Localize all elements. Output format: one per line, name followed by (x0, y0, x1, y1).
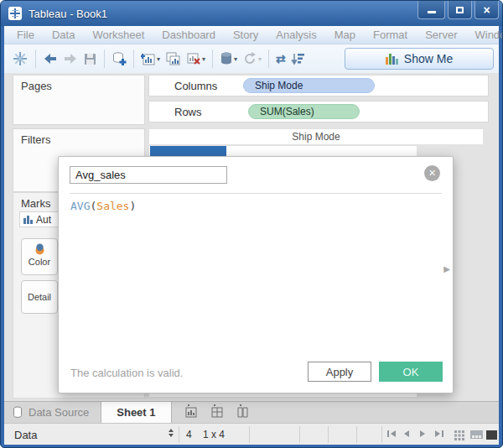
menu-item-story[interactable]: Story (233, 29, 258, 41)
refresh-icon (242, 51, 257, 66)
status-separator (249, 426, 250, 443)
detail-button[interactable]: Detail (21, 280, 58, 314)
column-field-header: Ship Mode (148, 128, 484, 145)
rows-shelf[interactable]: Rows SUM(Sales) (148, 101, 489, 122)
menu-item-worksheet[interactable]: Worksheet (92, 29, 144, 41)
new-worksheet-tab-button[interactable] (184, 404, 198, 421)
show-me-bars-icon (386, 53, 398, 65)
dialog-close-button[interactable]: × (424, 165, 440, 181)
color-button[interactable]: Color (21, 238, 58, 275)
save-icon (83, 52, 97, 66)
menu-item-server[interactable]: Server (425, 29, 457, 41)
maximize-icon (456, 7, 464, 13)
columns-shelf[interactable]: Columns Ship Mode (148, 75, 489, 96)
columns-label: Columns (174, 80, 221, 92)
nav-first-arrow (391, 430, 396, 437)
status-separator (179, 426, 179, 443)
sheet-tabs-bar: Data Source Sheet 1 (4, 401, 499, 423)
nav-next-button[interactable] (420, 430, 425, 437)
ok-button[interactable]: OK (379, 362, 443, 382)
add-datasource-icon (111, 51, 127, 66)
validation-status: The calculation is valid. (70, 367, 183, 379)
clear-sheet-button[interactable]: ▾ (184, 49, 208, 68)
menu-item-dashboard[interactable]: Dashboard (162, 29, 215, 41)
toolbar-separator (104, 49, 105, 68)
show-cards-grid-icon (454, 430, 457, 433)
expand-panel-arrow-icon[interactable]: ▶ (443, 264, 450, 273)
pill-sum-sales-label: SUM(Sales) (260, 106, 314, 117)
sheet1-label: Sheet 1 (117, 406, 155, 419)
window-title: Tableau - Book1 (29, 8, 107, 20)
nav-prev-icon (404, 430, 409, 437)
menu-item-window[interactable]: Window (474, 29, 503, 41)
color-palette-icon (34, 243, 46, 255)
new-worksheet-button[interactable]: ▾ (138, 49, 163, 68)
add-datasource-button[interactable] (109, 49, 129, 68)
toolbar: ▾ ▾ (4, 44, 499, 73)
show-cards-button[interactable] (454, 430, 457, 433)
save-button[interactable] (80, 50, 100, 68)
pill-sum-sales[interactable]: SUM(Sales) (248, 104, 360, 119)
show-me-button[interactable]: Show Me (345, 48, 494, 70)
dropdown-caret-icon: ▾ (258, 55, 262, 63)
start-page-button[interactable] (9, 49, 31, 69)
show-me-label: Show Me (404, 52, 453, 65)
dialog-close-icon: × (428, 166, 435, 180)
color-label: Color (22, 257, 57, 267)
pages-shelf[interactable]: Pages (13, 75, 145, 125)
workspace: Pages Filters Marks Aut Color (4, 73, 499, 401)
status-separator (381, 426, 382, 443)
table-size: 1 x 4 (203, 429, 225, 440)
swap-rows-columns-button[interactable]: ⇄ (273, 50, 288, 67)
columns-grid-icon (158, 81, 168, 91)
pill-ship-mode[interactable]: Ship Mode (243, 78, 375, 93)
filmstrip-view-button[interactable] (470, 430, 483, 439)
new-worksheet-icon (141, 51, 156, 66)
new-story-icon (236, 404, 250, 418)
sort-ascending-button[interactable] (288, 50, 309, 67)
nav-last-icon (442, 430, 443, 437)
datasource-button[interactable]: ▾ (217, 49, 240, 68)
data-source-label: Data Source (29, 406, 89, 419)
formula-function: AVG (70, 200, 90, 212)
mark-type-label: Aut (36, 214, 51, 226)
menu-item-file[interactable]: File (17, 29, 34, 41)
redo-button[interactable] (60, 50, 80, 67)
nav-first-button[interactable] (387, 430, 396, 437)
minimize-button[interactable] (417, 1, 445, 19)
nav-last-button[interactable] (435, 430, 443, 437)
dropdown-caret-icon: ▾ (157, 55, 160, 63)
new-story-button[interactable] (236, 404, 250, 421)
close-button[interactable]: × (474, 1, 499, 19)
refresh-button[interactable]: ▾ (240, 49, 264, 68)
maximize-button[interactable] (448, 1, 472, 19)
rows-label: Rows (174, 106, 221, 118)
calc-name-input[interactable] (70, 166, 227, 184)
formula-close-paren: ) (129, 200, 136, 212)
sort-ascending-icon (291, 52, 306, 65)
pill-ship-mode-label: Ship Mode (255, 80, 303, 91)
menu-item-format[interactable]: Format (373, 29, 407, 41)
spinner-icon[interactable] (169, 429, 174, 437)
duplicate-sheet-button[interactable] (163, 49, 184, 68)
undo-button[interactable] (40, 50, 60, 67)
minimize-icon (428, 11, 436, 13)
new-dashboard-button[interactable] (210, 404, 224, 421)
menu-item-analysis[interactable]: Analysis (276, 29, 316, 41)
formula-editor[interactable]: AVG(Sales) (70, 200, 136, 212)
rows-grid-icon (158, 107, 168, 117)
tableau-window: Tableau - Book1 × File Data Worksheet Da… (0, 0, 503, 448)
presentation-mode-button[interactable] (486, 430, 497, 440)
expand-arrow-glyph: ▶ (443, 264, 450, 273)
nav-first-icon (387, 430, 389, 437)
status-data-dropdown[interactable]: Data (14, 429, 37, 441)
menu-item-map[interactable]: Map (334, 29, 355, 41)
tab-data-source[interactable]: Data Source (4, 402, 101, 423)
apply-button[interactable]: Apply (308, 362, 371, 382)
nav-prev-button[interactable] (404, 430, 409, 437)
tab-sheet1[interactable]: Sheet 1 (101, 402, 171, 423)
nav-next-icon (420, 430, 425, 437)
menu-bar: File Data Worksheet Dashboard Story Anal… (4, 26, 499, 44)
menu-item-data[interactable]: Data (52, 29, 75, 41)
titlebar[interactable]: Tableau - Book1 × (1, 1, 502, 26)
